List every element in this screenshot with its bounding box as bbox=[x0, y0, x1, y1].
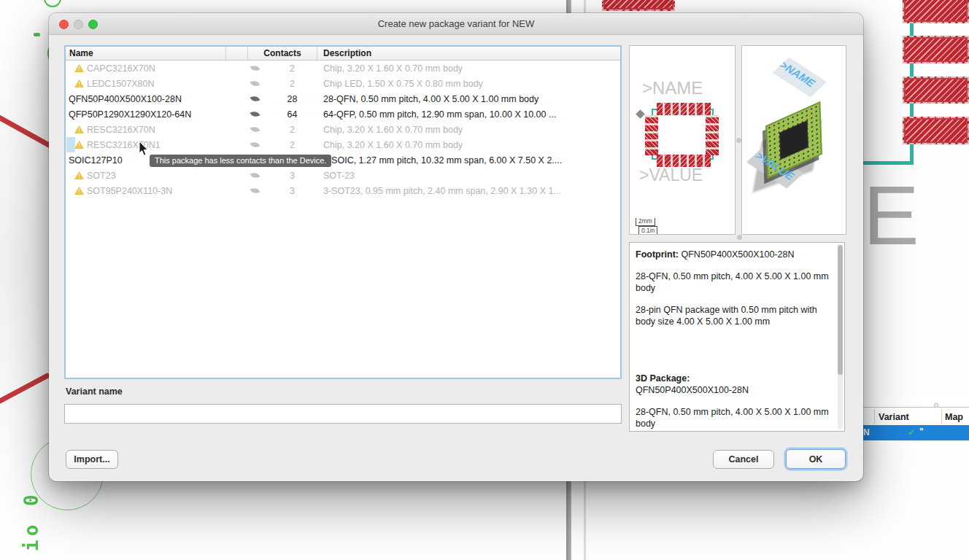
package-name: SOIC127P10 bbox=[69, 155, 123, 166]
leaf-icon bbox=[250, 125, 260, 134]
map-column-header: Map bbox=[945, 412, 963, 422]
package3d-label: 3D Package: bbox=[636, 373, 690, 384]
courtyard-outline bbox=[652, 109, 714, 160]
selected-variant-row[interactable]: N ✓ " bbox=[861, 425, 969, 440]
board-silkscreen-letter: E bbox=[863, 174, 921, 257]
board-pad bbox=[602, 0, 675, 11]
variant-table-header: Variant Map bbox=[861, 407, 969, 425]
leaf-icon bbox=[250, 79, 260, 88]
ok-button[interactable]: OK bbox=[786, 449, 846, 469]
package-description: 64-QFP, 0.50 mm pitch, 12.90 mm span, 10… bbox=[317, 109, 620, 120]
footprint-summary: 28-QFN, 0.50 mm pitch, 4.00 X 5.00 X 1.0… bbox=[636, 271, 833, 294]
package-row[interactable]: SOIC127P10 8 8-SOIC, 1.27 mm pitch, 10.3… bbox=[66, 152, 620, 168]
package-contacts: 2 bbox=[267, 63, 317, 74]
package-description: 3-SOT23, 0.95 mm pitch, 2.40 mm span, 2.… bbox=[317, 186, 620, 196]
warning-icon bbox=[74, 64, 84, 72]
board-pad bbox=[903, 0, 969, 23]
package-name: SOT95P240X110-3N bbox=[87, 186, 172, 196]
package-row-hovered[interactable]: RESC3216X70N1 2 Chip, 3.20 X 1.60 X 0.70… bbox=[66, 137, 620, 152]
package-row[interactable]: CAPC3216X70N 2 Chip, 3.20 X 1.60 X 0.70 … bbox=[66, 61, 620, 76]
package-name: QFN50P400X500X100-28N bbox=[69, 94, 182, 104]
row-highlight bbox=[66, 137, 75, 152]
package-row[interactable]: QFN50P400X500X100-28N 28 28-QFN, 0.50 mm… bbox=[66, 91, 620, 106]
details-scrollbar-thumb[interactable] bbox=[838, 245, 843, 375]
package-name: SOT23 bbox=[87, 171, 116, 181]
pad-column-right bbox=[706, 115, 719, 155]
package-row[interactable]: LEDC1507X80N 2 Chip LED, 1.50 X 0.75 X 0… bbox=[66, 76, 620, 91]
dialog-titlebar[interactable]: Create new package variant for NEW bbox=[49, 13, 863, 35]
leaf-icon bbox=[250, 109, 260, 119]
package-contacts: 3 bbox=[267, 171, 317, 181]
package-contacts: 2 bbox=[267, 79, 317, 89]
check-icon: ✓ bbox=[908, 427, 915, 438]
tooltip: This package has less contacts than the … bbox=[150, 155, 331, 167]
leaf-icon bbox=[250, 63, 260, 73]
package-contacts: 64 bbox=[267, 109, 317, 120]
value-placeholder-text: >VALUE bbox=[639, 166, 703, 185]
name-placeholder-text: >NAME bbox=[642, 78, 703, 98]
warning-icon bbox=[74, 187, 84, 195]
package-description: SOT-23 bbox=[317, 171, 620, 181]
package-name: RESC3216X70N bbox=[87, 125, 155, 135]
package-contacts: 2 bbox=[267, 125, 317, 135]
description-column-header[interactable]: Description bbox=[317, 47, 620, 60]
scale-indicator: 2mm 0.1in bbox=[636, 218, 657, 235]
origin-marker bbox=[636, 109, 645, 119]
package-row[interactable]: SOT23 3 SOT-23 bbox=[66, 168, 620, 183]
variant-mapping-table: Variant Map N ✓ " bbox=[861, 397, 969, 448]
package-row[interactable]: QFP50P1290X1290X120-64N 64 64-QFP, 0.50 … bbox=[66, 106, 620, 122]
packages-list-header: Name Contacts Description bbox=[66, 47, 620, 61]
package-description: Chip, 3.20 X 1.60 X 0.70 mm body bbox=[317, 140, 620, 150]
package-contacts: 3 bbox=[267, 186, 317, 196]
create-package-variant-dialog: Create new package variant for NEW Name … bbox=[49, 13, 863, 481]
warning-icon bbox=[74, 79, 84, 88]
package3d-heading: 3D Package:QFN50P400X500X100-28N bbox=[636, 373, 833, 396]
package3d-summary: 28-QFN, 0.50 mm pitch, 4.00 X 5.00 X 1.0… bbox=[636, 406, 833, 429]
warning-icon bbox=[74, 141, 84, 149]
footprint-label: Footprint: bbox=[636, 249, 679, 260]
package-description: 28-QFN, 0.50 mm pitch, 4.00 X 5.00 X 1.0… bbox=[317, 94, 620, 104]
package-name: RESC3216X70N1 bbox=[87, 140, 161, 150]
variant-name-fragment: N bbox=[863, 427, 870, 438]
screen: io 0 E Variant Map N ✓ " Create new pack… bbox=[0, 0, 969, 560]
variant-name-label: Variant name bbox=[66, 386, 123, 397]
leaf-icon bbox=[250, 171, 260, 180]
pad-row-top bbox=[657, 103, 711, 115]
package-contacts: 28 bbox=[267, 94, 317, 104]
board-pad bbox=[903, 117, 969, 144]
scale-mm: 2mm bbox=[636, 218, 655, 226]
leaf-icon bbox=[250, 140, 260, 149]
pad-column-left bbox=[645, 115, 658, 155]
variant-name-input[interactable] bbox=[64, 404, 622, 424]
contacts-column-header[interactable]: Contacts bbox=[248, 47, 317, 60]
board-pad bbox=[903, 77, 969, 104]
name-column-header[interactable]: Name bbox=[66, 47, 226, 60]
package3d-name: QFN50P400X500X100-28N bbox=[636, 385, 749, 395]
package-row[interactable]: SOT95P240X110-3N 3 3-SOT23, 0.95 mm pitc… bbox=[66, 183, 620, 198]
package-description: Chip LED, 1.50 X 0.75 X 0.80 mm body bbox=[317, 79, 620, 89]
variant-value: " bbox=[919, 427, 924, 437]
board-pad bbox=[903, 36, 969, 63]
package-description: 8-SOIC, 1.27 mm pitch, 10.32 mm span, 6.… bbox=[317, 155, 620, 166]
import-button[interactable]: Import... bbox=[66, 450, 118, 469]
package-row[interactable]: RESC3216X70N 2 Chip, 3.20 X 1.60 X 0.70 … bbox=[66, 122, 620, 137]
package-name: LEDC1507X80N bbox=[87, 79, 154, 89]
package-name: QFP50P1290X1290X120-64N bbox=[69, 109, 191, 120]
package-contacts: 2 bbox=[267, 140, 317, 150]
3d-chip-die bbox=[779, 120, 808, 160]
dialog-title: Create new package variant for NEW bbox=[49, 18, 863, 29]
schematic-red-wire bbox=[0, 373, 50, 405]
footprint-heading: Footprint: QFN50P400X500X100-28N bbox=[636, 249, 833, 260]
package-details-panel: Footprint: QFN50P400X500X100-28N 28-QFN,… bbox=[629, 242, 845, 432]
schematic-green-arc bbox=[44, 0, 61, 7]
package-3d-preview: >NAME >VALUE bbox=[741, 45, 846, 235]
pane-splitter-handle[interactable] bbox=[736, 138, 741, 143]
footprint-description: 28-pin QFN package with 0.50 mm pitch wi… bbox=[636, 304, 833, 327]
warning-icon bbox=[74, 171, 84, 179]
cancel-button[interactable]: Cancel bbox=[713, 450, 774, 469]
spacer-column-header bbox=[226, 47, 248, 60]
packages-list: Name Contacts Description CAPC3216X70N 2… bbox=[64, 45, 622, 379]
pane-splitter-handle[interactable] bbox=[737, 235, 742, 240]
package-name: CAPC3216X70N bbox=[87, 63, 155, 74]
leaf-icon bbox=[250, 186, 260, 195]
